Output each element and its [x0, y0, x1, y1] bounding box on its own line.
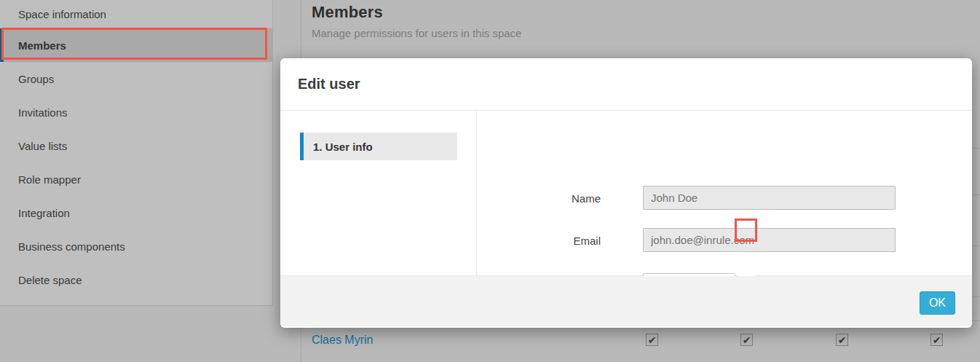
sidebar-item-space-information[interactable]: Space information	[0, 0, 272, 28]
permission-checkbox-checked-icon[interactable]: ✔	[740, 334, 753, 346]
modal-body: 1. User info Name Email Groups +	[280, 111, 972, 276]
member-name-link[interactable]: Claes Myrin	[312, 334, 373, 347]
sidebar-item-role-mapper[interactable]: Role mapper	[0, 162, 272, 196]
email-field[interactable]	[643, 228, 896, 252]
page-title: Members	[312, 3, 521, 22]
sidebar-item-value-lists[interactable]: Value lists	[0, 129, 272, 162]
modal-footer: OK	[280, 276, 972, 326]
modal-title: Edit user	[298, 76, 360, 93]
page-header: Members Manage permissions for users in …	[312, 3, 521, 39]
sidebar-item-groups[interactable]: Groups	[0, 62, 272, 95]
sidebar-item-integration[interactable]: Integration	[0, 196, 272, 229]
sidebar-item-members[interactable]: Members	[0, 28, 272, 62]
name-field[interactable]	[643, 186, 896, 210]
wizard-steps-panel: 1. User info	[280, 111, 477, 276]
modal-header: Edit user	[280, 58, 972, 111]
permission-checkbox-checked-icon[interactable]: ✔	[836, 334, 848, 346]
sidebar-item-business-components[interactable]: Business components	[0, 229, 272, 263]
edit-user-modal: Edit user 1. User info Name Email Groups…	[280, 58, 972, 328]
permission-checkbox-checked-icon[interactable]: ✔	[930, 334, 943, 346]
settings-sidebar: Space information Members Groups Invitat…	[0, 0, 273, 306]
wizard-step-user-info[interactable]: 1. User info	[300, 133, 457, 160]
name-field-label: Name	[521, 192, 601, 205]
page-subtitle: Manage permissions for users in this spa…	[312, 27, 521, 39]
ok-button[interactable]: OK	[920, 291, 955, 315]
sidebar-item-invitations[interactable]: Invitations	[0, 95, 272, 129]
email-field-label: Email	[521, 235, 601, 247]
app-screen: Space information Members Groups Invitat…	[0, 0, 980, 362]
member-table-row: Claes Myrin ✔ ✔ ✔ ✔	[301, 329, 980, 362]
sidebar-item-delete-space[interactable]: Delete space	[0, 263, 272, 296]
permission-checkbox-checked-icon[interactable]: ✔	[646, 334, 658, 346]
